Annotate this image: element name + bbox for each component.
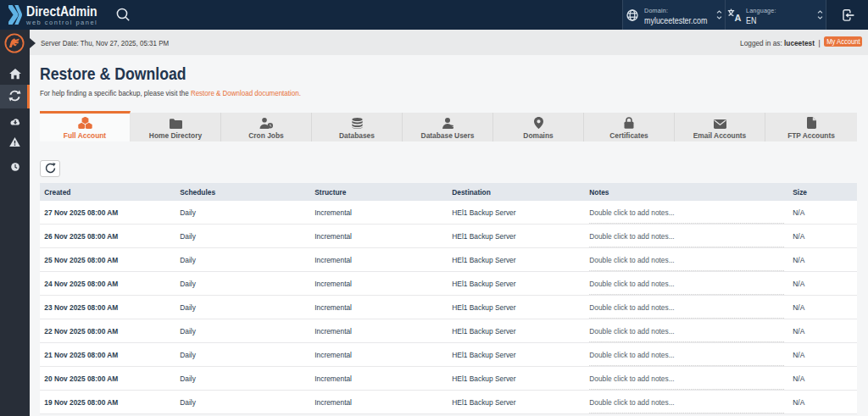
svg-text:A: A bbox=[735, 13, 742, 22]
